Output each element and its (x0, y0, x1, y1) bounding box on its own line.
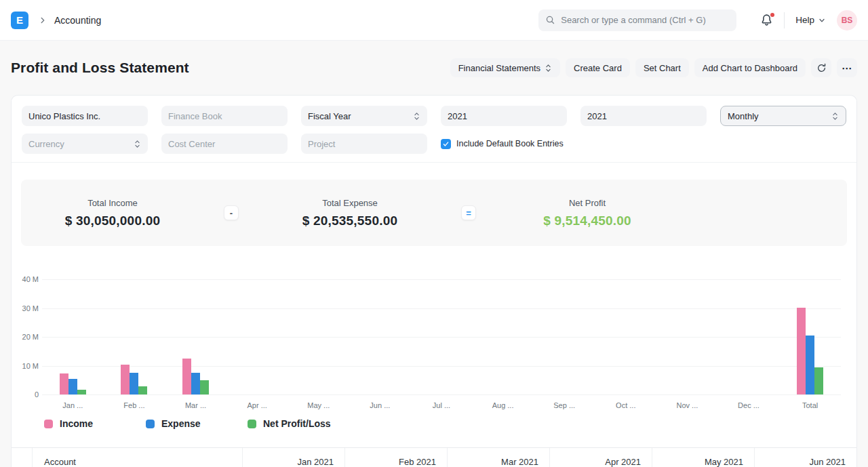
x-tick-label: Jun ... (349, 401, 411, 409)
x-tick-label: Feb ... (104, 401, 165, 409)
x-tick-label: May ... (288, 401, 349, 409)
y-tick-label: 10 M (21, 362, 39, 370)
bar-income[interactable] (797, 308, 806, 394)
create-card-button[interactable]: Create Card (566, 58, 630, 77)
menu-button[interactable]: ⋯ (837, 58, 857, 77)
bar-income[interactable] (182, 359, 191, 394)
x-tick-label: Oct ... (595, 401, 656, 409)
report-table-header: AccountJan 2021Feb 2021Mar 2021Apr 2021M… (12, 447, 856, 467)
report-card: Unico Plastics Inc.Finance BookFiscal Ye… (11, 95, 857, 467)
legend-swatch-icon (44, 420, 53, 428)
bar-group-total[interactable] (779, 279, 841, 394)
bar-net-profit-loss[interactable] (77, 390, 86, 394)
bar-group-oct[interactable] (595, 279, 656, 394)
equals-operator-icon: = (461, 205, 476, 220)
x-tick-label: Sep ... (534, 401, 595, 409)
bar-group-jan[interactable] (42, 279, 104, 394)
bar-group-mar[interactable] (165, 279, 226, 394)
total-expense-value: $ 20,535,550.00 (258, 214, 441, 228)
column-header-jan-2021[interactable]: Jan 2021 (243, 448, 345, 467)
y-tick-label: 40 M (21, 275, 39, 283)
bar-expense[interactable] (191, 373, 200, 394)
bar-group-dec[interactable] (718, 279, 780, 394)
column-header-mar-2021[interactable]: Mar 2021 (448, 448, 550, 467)
filter-company[interactable]: Unico Plastics Inc. (22, 106, 148, 126)
legend-item-expense[interactable]: Expense (146, 418, 248, 429)
bar-group-nov[interactable] (656, 279, 718, 394)
column-header-apr-2021[interactable]: Apr 2021 (550, 448, 652, 467)
net-profit-value: $ 9,514,450.00 (496, 214, 679, 228)
bar-group-aug[interactable] (472, 279, 534, 394)
bar-net-profit-loss[interactable] (814, 367, 823, 394)
refresh-icon (816, 63, 827, 73)
bar-expense[interactable] (130, 373, 138, 394)
report-select-button[interactable]: Financial Statements (450, 58, 560, 77)
bar-group-sep[interactable] (534, 279, 595, 394)
bar-expense[interactable] (68, 379, 77, 394)
y-tick-label: 20 M (21, 333, 39, 341)
bar-net-profit-loss[interactable] (138, 386, 147, 394)
total-expense-stat: Total Expense $ 20,535,550.00 (258, 198, 441, 228)
total-expense-label: Total Expense (258, 198, 441, 208)
chevron-down-icon (818, 16, 826, 24)
include-default-book-entries-checkbox[interactable]: Include Default Book Entries (441, 134, 567, 154)
page-actions: Financial Statements Create Card Set Cha… (450, 58, 857, 77)
avatar[interactable]: BS (837, 10, 857, 31)
bars-area (42, 279, 841, 394)
bar-group-may[interactable] (288, 279, 349, 394)
filter-to-fiscal-year[interactable]: 2021 (580, 106, 707, 126)
set-chart-button[interactable]: Set Chart (635, 58, 689, 77)
help-menu[interactable]: Help (795, 15, 826, 25)
bar-group-feb[interactable] (104, 279, 165, 394)
add-chart-to-dashboard-button[interactable]: Add Chart to Dashboard (694, 58, 806, 77)
x-tick-label: Nov ... (656, 401, 718, 409)
total-income-value: $ 30,050,000.00 (21, 214, 204, 228)
legend-swatch-icon (248, 420, 256, 428)
navbar: E Accounting Help BS (0, 0, 868, 41)
checkbox-check-icon (441, 139, 451, 149)
select-caret-icon (134, 140, 141, 148)
filter-currency[interactable]: Currency (22, 134, 148, 154)
column-header-may-2021[interactable]: May 2021 (652, 448, 755, 467)
x-tick-label: Dec ... (718, 401, 780, 409)
search-input[interactable] (561, 15, 730, 25)
legend-item-net-profit-loss[interactable]: Net Profit/Loss (248, 418, 349, 429)
breadcrumb[interactable]: Accounting (54, 15, 101, 26)
bar-net-profit-loss[interactable] (200, 380, 209, 394)
legend-item-income[interactable]: Income (44, 418, 146, 429)
filter-period-basis[interactable]: Fiscal Year (301, 106, 427, 126)
app-logo-icon[interactable]: E (11, 12, 28, 29)
bar-expense[interactable] (806, 336, 814, 394)
summary-strip: Total Income $ 30,050,000.00 - Total Exp… (21, 180, 847, 246)
page-head: Profit and Loss Statement Financial Stat… (0, 41, 868, 95)
filter-from-fiscal-year[interactable]: 2021 (441, 106, 567, 126)
chevron-right-icon (38, 16, 47, 25)
help-label: Help (795, 15, 814, 25)
bar-income[interactable] (121, 365, 130, 394)
column-header-feb-2021[interactable]: Feb 2021 (345, 448, 448, 467)
column-header-jun-2021[interactable]: Jun 2021 (755, 448, 857, 467)
bar-income[interactable] (60, 373, 68, 394)
row-index-header (12, 448, 33, 467)
refresh-button[interactable] (811, 58, 831, 77)
bar-group-jun[interactable] (349, 279, 411, 394)
select-caret-icon (831, 112, 839, 121)
x-tick-label: Total (779, 401, 841, 409)
filter-finance-book[interactable]: Finance Book (161, 106, 288, 126)
filter-periodicity[interactable]: Monthly (720, 106, 846, 126)
bar-group-jul[interactable] (411, 279, 473, 394)
bar-group-apr[interactable] (226, 279, 288, 394)
total-income-stat: Total Income $ 30,050,000.00 (21, 198, 204, 228)
global-search[interactable] (538, 9, 736, 31)
filter-cost-center[interactable]: Cost Center (161, 134, 288, 154)
net-profit-label: Net Profit (496, 198, 679, 208)
notification-dot (770, 13, 774, 17)
filter-project[interactable]: Project (301, 134, 427, 154)
column-header-account[interactable]: Account (33, 448, 243, 467)
total-income-label: Total Income (21, 198, 204, 208)
gridline (42, 394, 841, 395)
x-tick-label: Jan ... (42, 401, 104, 409)
x-tick-label: Apr ... (226, 401, 288, 409)
select-caret-icon (413, 112, 420, 121)
notifications-button[interactable] (760, 14, 773, 26)
